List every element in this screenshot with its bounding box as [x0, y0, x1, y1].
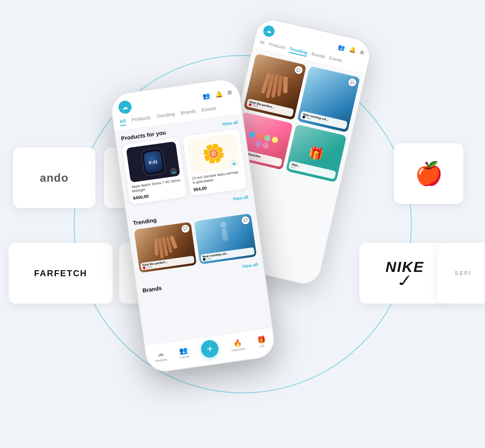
bottom-nav-inspiration[interactable]: 🔥 Inspiration [230, 338, 246, 352]
front-nav-brands[interactable]: Brands [180, 108, 196, 118]
back-nav-events[interactable]: Events [329, 56, 343, 65]
front-nav-products[interactable]: Products [131, 114, 151, 124]
trending-section-title: Trending [133, 216, 157, 226]
back-nav-all[interactable]: All [259, 39, 265, 47]
back-phone-logo: ☁ [262, 24, 276, 38]
products-view-all[interactable]: View all [222, 120, 238, 127]
brand-card-sep[interactable]: SEPI [437, 243, 485, 304]
earring-cloud-icon: ☁ [230, 159, 238, 167]
back-nav-brands[interactable]: Brands [311, 52, 326, 61]
brand-card-apple[interactable]: 🍎 [394, 143, 463, 204]
front-phone-logo: ☁ [118, 100, 133, 114]
bottom-nav-friends[interactable]: 👥 Friends [178, 346, 190, 359]
apple-logo: 🍎 [415, 162, 443, 185]
back-nav-products[interactable]: Products [268, 42, 286, 52]
farfetch-logo: FARFETCH [34, 268, 88, 278]
trending-card-2[interactable]: New running col... Nike 💬 [194, 213, 257, 264]
bottom-nav-wishlists[interactable]: ☁ Wishlists [154, 349, 167, 363]
front-nav-trending[interactable]: Trending [156, 111, 176, 121]
sep-logo: SEPI [455, 270, 472, 276]
watch-cloud-icon: ☁ [169, 167, 177, 175]
product-card-watch[interactable]: 9:41 ☁ Apple Watch Series 7 4G 45mm Midn… [122, 137, 187, 205]
back-phone-header-icons: 👥🔔≡ [337, 43, 365, 57]
front-phone-header-icons: 👥🔔≡ [202, 88, 233, 101]
back-trending-card-2[interactable]: New running col... Nike 💬 [297, 66, 360, 132]
trending-view-all[interactable]: View all [242, 262, 258, 269]
ando-logo: ando [40, 171, 68, 185]
front-nav-events[interactable]: Events [202, 105, 217, 115]
bottom-nav-gift[interactable]: 🎁 Gift [256, 335, 267, 348]
brands-section-title: Brands [142, 284, 162, 294]
brand-card-nike[interactable]: NIKE ✓ [359, 243, 450, 304]
bottom-nav-add[interactable]: + [200, 339, 220, 359]
front-nav-all[interactable]: All [119, 118, 126, 126]
brand-card-ando[interactable]: ando [13, 147, 95, 208]
products-view-all-2[interactable]: View all [232, 194, 249, 201]
brand-card-farfetch[interactable]: FARFETCH [9, 243, 113, 304]
back-app-card[interactable]: 🎁 App... $13 [286, 124, 347, 183]
back-trending-card-1[interactable]: Find the perfect... H&M 💬 [244, 54, 306, 120]
back-nav-trending[interactable]: Trending [289, 46, 308, 57]
product-card-earring[interactable]: 🌼 ☁ 10 mm Siersbøl daisy earrings in gol… [182, 129, 247, 196]
trending-card-1[interactable]: Find the perfect... H&M 💬 [134, 222, 197, 272]
